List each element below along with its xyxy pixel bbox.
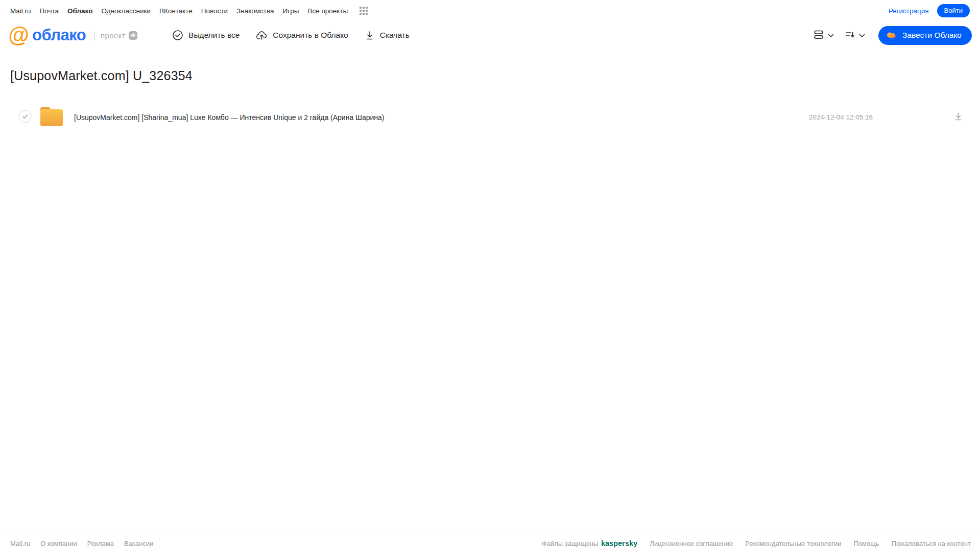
portal-nav: Mail.ru Почта Облако Одноклассники ВКонт…: [0, 0, 980, 19]
select-all-label: Выделить все: [188, 31, 240, 40]
sort-button[interactable]: [843, 28, 867, 43]
protected-by-label: Файлы защищены: [542, 540, 598, 547]
nav-link-all-projects[interactable]: Все проекты: [307, 7, 348, 15]
footer-link-help[interactable]: Помощь: [853, 540, 879, 547]
nav-link-mailru[interactable]: Mail.ru: [10, 7, 31, 15]
kaspersky-protection: Файлы защищены kaspersky: [542, 539, 638, 547]
sort-icon: [845, 30, 855, 41]
nav-link-vkontakte[interactable]: ВКонтакте: [159, 7, 193, 15]
chevron-down-icon: [828, 32, 834, 39]
footer-link-jobs[interactable]: Вакансии: [124, 540, 153, 547]
kaspersky-logo[interactable]: kaspersky: [601, 539, 637, 547]
footer-link-mailru[interactable]: Mail.ru: [10, 540, 30, 547]
footer-link-recommendation-tech[interactable]: Рекомендательные технологии: [745, 540, 841, 547]
apps-grid-icon[interactable]: [360, 7, 368, 15]
save-to-cloud-label: Сохранить в Облако: [273, 31, 348, 40]
cloud-logo[interactable]: @ облако | проект vk: [8, 25, 137, 45]
download-icon: [365, 30, 375, 41]
footer-link-about[interactable]: О компании: [40, 540, 77, 547]
nav-link-znakomstva[interactable]: Знакомства: [236, 7, 274, 15]
cloud-icon: [887, 30, 898, 40]
file-date: 2024-12-04 12:05:16: [809, 113, 873, 121]
registration-link[interactable]: Регистрация: [889, 7, 929, 15]
file-download-button[interactable]: [953, 111, 964, 124]
select-all-button[interactable]: Выделить все: [172, 30, 240, 41]
main-content: [UsupovMarket.com] U_326354 [UsupovMarke…: [0, 51, 980, 536]
header-right-controls: Завести Облако: [812, 26, 972, 45]
at-logo-icon: @: [8, 25, 29, 45]
portal-nav-links: Mail.ru Почта Облако Одноклассники ВКонт…: [10, 7, 368, 15]
footer-right-links: Файлы защищены kaspersky Лицензионное со…: [542, 539, 971, 547]
file-toolbar: Выделить все Сохранить в Облако Скачат: [172, 30, 410, 41]
create-cloud-button[interactable]: Завести Облако: [878, 26, 972, 45]
download-button[interactable]: Скачать: [365, 30, 410, 41]
nav-link-novosti[interactable]: Новости: [201, 7, 228, 15]
create-cloud-label: Завести Облако: [902, 31, 962, 40]
nav-link-igry[interactable]: Игры: [283, 7, 299, 15]
save-to-cloud-button[interactable]: Сохранить в Облако: [256, 30, 348, 41]
vk-badge-icon: vk: [129, 31, 137, 40]
list-view-icon: [814, 30, 824, 41]
page-footer: Mail.ru О компании Реклама Вакансии Файл…: [0, 536, 980, 551]
folder-icon: [40, 106, 63, 129]
nav-link-odnoklassniki[interactable]: Одноклассники: [101, 7, 150, 15]
cloud-upload-icon: [256, 30, 268, 41]
file-checkbox[interactable]: [18, 110, 32, 125]
nav-link-oblako[interactable]: Облако: [67, 7, 92, 15]
logo-divider: |: [93, 30, 95, 41]
logo-project-label: проект: [101, 31, 126, 40]
footer-link-report-content[interactable]: Пожаловаться на контент: [892, 540, 971, 547]
footer-link-ads[interactable]: Реклама: [87, 540, 114, 547]
file-row[interactable]: [UsupovMarket.com] [Sharina_mua] Luxe Ко…: [10, 106, 968, 129]
footer-left-links: Mail.ru О компании Реклама Вакансии: [10, 540, 153, 547]
download-icon: [954, 115, 963, 123]
view-mode-button[interactable]: [812, 28, 836, 43]
check-circle-icon: [172, 30, 183, 41]
login-button[interactable]: Войти: [937, 4, 970, 17]
nav-link-pochta[interactable]: Почта: [40, 7, 59, 15]
logo-text: облако: [32, 26, 86, 44]
footer-link-license[interactable]: Лицензионное соглашение: [650, 540, 733, 547]
page-title: [UsupovMarket.com] U_326354: [10, 68, 968, 83]
download-label: Скачать: [380, 31, 410, 40]
portal-nav-auth: Регистрация Войти: [889, 4, 970, 17]
app-header: @ облако | проект vk Выделить все: [0, 19, 980, 51]
file-name[interactable]: [UsupovMarket.com] [Sharina_mua] Luxe Ко…: [74, 113, 809, 122]
chevron-down-icon: [859, 32, 865, 39]
